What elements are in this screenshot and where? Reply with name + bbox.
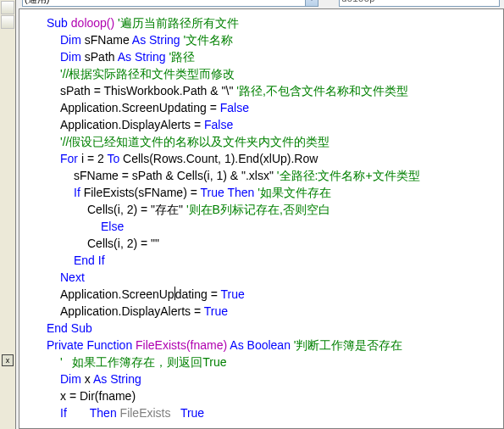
kw-true: True <box>221 287 245 301</box>
comment: '文件名称 <box>184 33 234 47</box>
comment: '路径 <box>169 50 195 64</box>
comment: '//根据实际路径和文件类型而修改 <box>60 67 235 81</box>
var: sFName <box>81 33 132 47</box>
kw-true: True <box>180 406 204 420</box>
kw-if: If <box>74 186 80 199</box>
kw-endsub: End Sub <box>47 321 92 335</box>
fn-doloop: doloop() <box>68 16 118 30</box>
toolbar-slot-2 <box>1 15 14 29</box>
kw-next: Next <box>60 270 85 284</box>
kw-endif: End If <box>74 254 105 267</box>
stmt: Application.DisplayAlerts = <box>60 118 204 131</box>
procedure-dropdown[interactable]: doloop <box>339 0 500 7</box>
comment: '如果文件存在 <box>258 186 331 199</box>
comment: '全路径:文件名称+文件类型 <box>277 169 420 182</box>
stmt: Application.ScreenUpdating = <box>60 101 220 114</box>
kw-then: Then <box>227 186 254 199</box>
stmt: Application.ScreenUp <box>60 287 174 301</box>
kw-as-boolean: As Boolean <box>230 338 291 352</box>
code-editor[interactable]: Sub doloop() '遍历当前路径所有文件 Dim sFName As S… <box>19 8 504 429</box>
kw-true: True <box>204 304 228 318</box>
comment: '遍历当前路径所有文件 <box>118 16 239 30</box>
comment: '判断工作簿是否存在 <box>294 338 403 352</box>
object-dropdown[interactable]: (通用) <box>22 0 318 7</box>
kw-as-string: As String <box>93 372 141 386</box>
stmt: sPath = ThisWorkbook.Path & "\" <box>60 84 236 98</box>
kw-false: False <box>204 118 233 131</box>
kw-as-string: As String <box>118 50 166 64</box>
kw-function: Function <box>86 338 132 352</box>
kw-false: False <box>220 101 249 114</box>
comment: '路径,不包含文件名称和文件类型 <box>236 84 408 98</box>
kw-private: Private <box>47 338 84 352</box>
var: sPath <box>81 50 118 64</box>
kw-for: For <box>60 152 78 165</box>
kw-sub: Sub <box>47 16 68 30</box>
close-panel-button[interactable]: x <box>2 354 14 366</box>
object-dropdown-value: (通用) <box>25 0 49 4</box>
var: x <box>81 372 93 386</box>
stmt: Cells(i, 2) = "" <box>87 237 159 250</box>
kw-then: Then <box>90 406 117 420</box>
stmt: dating = <box>175 287 221 301</box>
stmt: Application.DisplayAlerts = <box>60 304 204 318</box>
kw-dim: Dim <box>60 372 81 386</box>
comment: '//假设已经知道文件的名称以及文件夹内文件的类型 <box>60 135 330 148</box>
stmt: x = Dir(fname) <box>60 389 136 403</box>
stmt: sFName = sPath & Cells(i, 1) & ".xlsx" <box>74 169 277 182</box>
kw-as-string: As String <box>132 33 180 47</box>
kw-dim: Dim <box>60 50 81 64</box>
kw-else: Else <box>101 220 124 233</box>
expr: FileExists(sFName) = <box>80 186 201 199</box>
comment: ' 如果工作簿存在，则返回True <box>60 355 227 369</box>
kw-to: To <box>107 152 119 165</box>
stmt: Cells(i, 2) = "存在" <box>87 203 186 216</box>
chevron-down-icon <box>305 0 318 6</box>
kw-dim: Dim <box>60 33 81 47</box>
procedure-dropdown-value: doloop <box>341 0 375 4</box>
kw-true: True <box>201 186 224 199</box>
expr: Cells(Rows.Count, 1).End(xlUp).Row <box>119 152 318 165</box>
code-block: Sub doloop() '遍历当前路径所有文件 Dim sFName As S… <box>19 14 502 421</box>
fn-fileexists: FileExists(fname) <box>132 338 230 352</box>
comment: '则在B列标记存在,否则空白 <box>186 203 330 216</box>
kw-if: If <box>60 406 67 420</box>
toolbar-slot-1 <box>1 1 14 14</box>
